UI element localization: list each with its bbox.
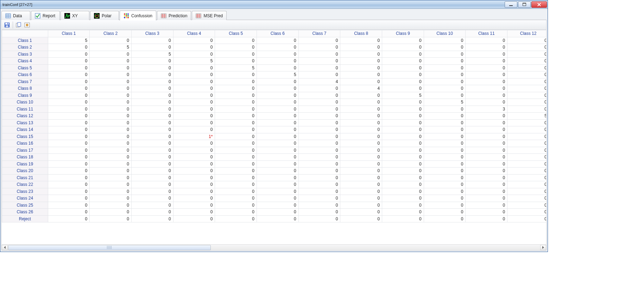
cell[interactable]: 0: [48, 71, 90, 78]
cell[interactable]: 0: [466, 215, 507, 222]
column-header[interactable]: Class 2: [90, 30, 132, 37]
cell[interactable]: 0: [131, 99, 173, 106]
cell[interactable]: 0: [131, 37, 173, 44]
cell[interactable]: 0: [340, 188, 382, 195]
column-header[interactable]: Class 8: [340, 30, 382, 37]
cell[interactable]: 0: [466, 58, 507, 65]
cell[interactable]: 0: [131, 133, 173, 140]
cell[interactable]: 0: [298, 181, 340, 188]
cell[interactable]: 0: [298, 195, 340, 202]
cell[interactable]: 0: [298, 92, 340, 99]
cell[interactable]: 0: [382, 99, 424, 106]
cell[interactable]: 0: [131, 78, 173, 85]
cell[interactable]: 0: [507, 188, 546, 195]
row-header[interactable]: Reject: [2, 215, 48, 222]
cell[interactable]: 0: [131, 58, 173, 65]
cell[interactable]: 0: [298, 174, 340, 181]
cell[interactable]: 0: [131, 202, 173, 209]
corner-header[interactable]: [2, 30, 48, 37]
cell[interactable]: 4: [298, 78, 340, 85]
cell[interactable]: 0: [257, 37, 299, 44]
cell[interactable]: 0: [298, 215, 340, 222]
cell[interactable]: 0: [215, 71, 257, 78]
cell[interactable]: 0: [173, 44, 215, 51]
cell[interactable]: 0: [173, 119, 215, 126]
cell[interactable]: 0: [382, 78, 424, 85]
cell[interactable]: 0: [90, 181, 132, 188]
cell[interactable]: 0: [257, 195, 299, 202]
cell[interactable]: 0: [131, 119, 173, 126]
row-header[interactable]: Class 12: [2, 113, 48, 120]
window-maximize-button[interactable]: [518, 1, 531, 8]
cell[interactable]: 0: [507, 202, 546, 209]
cell[interactable]: 0: [466, 113, 507, 120]
save-button[interactable]: [3, 21, 11, 29]
cell[interactable]: 0: [131, 140, 173, 147]
cell[interactable]: 0: [424, 58, 466, 65]
cell[interactable]: 0: [90, 209, 132, 216]
row-header[interactable]: Class 8: [2, 85, 48, 92]
cell[interactable]: 0: [48, 215, 90, 222]
cell[interactable]: 0: [215, 188, 257, 195]
cell[interactable]: 0: [382, 202, 424, 209]
cell[interactable]: 0: [90, 147, 132, 154]
cell[interactable]: 0: [173, 71, 215, 78]
tab-report[interactable]: Report: [31, 11, 60, 20]
cell[interactable]: 0: [382, 215, 424, 222]
cell[interactable]: 0: [173, 168, 215, 175]
cell[interactable]: 0: [90, 119, 132, 126]
cell[interactable]: 0: [382, 168, 424, 175]
cell[interactable]: 0: [466, 119, 507, 126]
cell[interactable]: 0: [131, 113, 173, 120]
cell[interactable]: 0: [48, 154, 90, 161]
cell[interactable]: 0: [466, 147, 507, 154]
cell[interactable]: 0: [257, 106, 299, 113]
cell[interactable]: 0: [466, 168, 507, 175]
cell[interactable]: 0: [90, 106, 132, 113]
scroll-right-button[interactable]: [540, 245, 546, 250]
column-header[interactable]: Class 3: [131, 30, 173, 37]
cell[interactable]: 0: [48, 85, 90, 92]
cell[interactable]: 0: [507, 154, 546, 161]
cell[interactable]: 0: [298, 71, 340, 78]
cell[interactable]: 0: [340, 215, 382, 222]
cell[interactable]: 0: [48, 119, 90, 126]
cell[interactable]: 0: [173, 85, 215, 92]
cell[interactable]: 0: [382, 85, 424, 92]
cell[interactable]: 0: [466, 133, 507, 140]
cell[interactable]: 0: [215, 140, 257, 147]
cell[interactable]: 0: [340, 154, 382, 161]
row-header[interactable]: Class 3: [2, 51, 48, 58]
cell[interactable]: 0: [382, 174, 424, 181]
cell[interactable]: 0: [298, 44, 340, 51]
cell[interactable]: 0: [257, 58, 299, 65]
cell[interactable]: 0: [48, 44, 90, 51]
cell[interactable]: 0: [298, 202, 340, 209]
cell[interactable]: 0: [507, 99, 546, 106]
cell[interactable]: 0: [382, 126, 424, 133]
cell[interactable]: 0: [382, 64, 424, 71]
cell[interactable]: 0: [466, 64, 507, 71]
cell[interactable]: 0: [466, 195, 507, 202]
cell[interactable]: 5: [173, 58, 215, 65]
cell[interactable]: 0: [340, 99, 382, 106]
cell[interactable]: 0: [382, 147, 424, 154]
tab-msepred[interactable]: MSE Pred: [192, 11, 227, 20]
cell[interactable]: 0: [173, 140, 215, 147]
cell[interactable]: 0: [298, 168, 340, 175]
cell[interactable]: 0: [298, 99, 340, 106]
cell[interactable]: 0: [48, 174, 90, 181]
cell[interactable]: 0: [131, 64, 173, 71]
cell[interactable]: 0: [340, 37, 382, 44]
cell[interactable]: 0: [173, 188, 215, 195]
cell[interactable]: 0: [382, 181, 424, 188]
cell[interactable]: 0: [257, 126, 299, 133]
cell[interactable]: 0: [90, 215, 132, 222]
cell[interactable]: 0: [466, 181, 507, 188]
cell[interactable]: 0: [340, 202, 382, 209]
cell[interactable]: 3: [466, 106, 507, 113]
cell[interactable]: 0: [340, 168, 382, 175]
cell[interactable]: 0: [131, 85, 173, 92]
cell[interactable]: 0: [424, 147, 466, 154]
cell[interactable]: 0: [507, 71, 546, 78]
